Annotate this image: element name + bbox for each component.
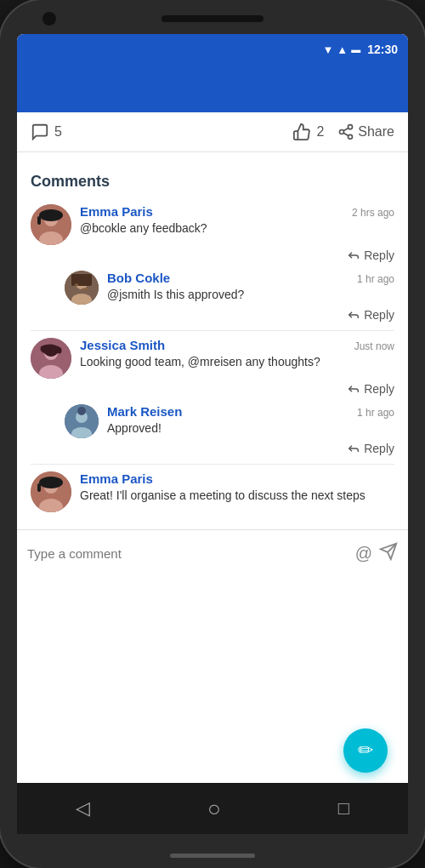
comment-body-4: Mark Reisen 1 hr ago Approved! xyxy=(107,404,394,437)
comment-author-2: Bob Cokle xyxy=(107,271,170,285)
reply-label-4: Reply xyxy=(364,442,394,455)
reply-icon-1 xyxy=(347,248,360,262)
comments-title: Comments xyxy=(31,173,394,191)
reply-label-3: Reply xyxy=(364,382,394,396)
send-icon[interactable] xyxy=(379,542,398,565)
battery-icon: ▬ xyxy=(351,44,360,54)
svg-rect-8 xyxy=(39,209,63,221)
reply-row-4: Reply xyxy=(65,442,394,455)
svg-rect-25 xyxy=(37,483,41,492)
svg-point-2 xyxy=(348,134,353,139)
reply-icon-3 xyxy=(347,382,360,396)
divider-1 xyxy=(31,330,394,331)
comment-time-1: 2 hrs ago xyxy=(352,207,394,219)
svg-line-3 xyxy=(343,133,348,135)
comment-input[interactable] xyxy=(27,546,348,561)
comment-header-2: Bob Cokle 1 hr ago xyxy=(107,271,394,285)
comment-item-5: Emma Paris Great! I'll organise a meetin… xyxy=(31,471,394,512)
comments-section: Comments Emma Paris 2 hrs ago xyxy=(17,159,408,529)
signal-icon: ▲ xyxy=(337,43,348,56)
comment-author-1: Emma Paris xyxy=(80,204,153,219)
svg-line-4 xyxy=(343,128,348,130)
comment-text-1: @bcokle any feedback? xyxy=(80,220,394,237)
svg-point-0 xyxy=(348,125,353,129)
like-icon xyxy=(292,123,311,141)
mention-icon[interactable]: @ xyxy=(355,544,372,563)
comment-text-4: Approved! xyxy=(107,420,394,437)
avatar-emma-2 xyxy=(31,471,71,512)
comment-input-bar: @ xyxy=(17,529,408,577)
reply-label-2: Reply xyxy=(364,308,394,322)
comment-author-4: Mark Reisen xyxy=(107,404,182,419)
phone-screen: ▼ ▲ ▬ 12:30 5 2 xyxy=(17,34,408,834)
comment-time-3: Just now xyxy=(354,340,394,352)
comment-header-5: Emma Paris xyxy=(80,471,394,486)
reply-row-1: Reply xyxy=(31,248,394,262)
nested-comment-4: Mark Reisen 1 hr ago Approved! Reply xyxy=(65,404,394,455)
comment-author-3: Jessica Smith xyxy=(80,338,165,352)
fab-button[interactable]: ✏ xyxy=(343,728,388,773)
reply-row-2: Reply xyxy=(65,308,394,322)
nested-comment-2: Bob Cokle 1 hr ago @jsmith Is this appro… xyxy=(65,271,394,322)
clock: 12:30 xyxy=(367,43,398,56)
recent-nav-button[interactable]: □ xyxy=(338,797,349,819)
comment-author-5: Emma Paris xyxy=(80,471,153,486)
camera xyxy=(42,12,56,26)
home-nav-button[interactable]: ○ xyxy=(207,796,221,822)
speaker xyxy=(162,15,264,22)
comment-time-4: 1 hr ago xyxy=(357,407,394,419)
reply-row-3: Reply xyxy=(31,382,394,396)
svg-point-20 xyxy=(77,407,86,415)
avatar-jessica xyxy=(31,338,71,379)
comment-time-2: 1 hr ago xyxy=(357,273,394,285)
comment-item-4: Mark Reisen 1 hr ago Approved! xyxy=(65,404,394,438)
comment-header-1: Emma Paris 2 hrs ago xyxy=(80,204,394,219)
avatar-bob xyxy=(65,271,99,305)
comment-text-3: Looking good team, @mreisen any thoughts… xyxy=(80,354,394,371)
comments-count: 5 xyxy=(54,124,62,140)
status-bar: ▼ ▲ ▬ 12:30 xyxy=(17,34,408,65)
reply-button-4[interactable]: Reply xyxy=(347,442,394,455)
svg-rect-9 xyxy=(37,216,41,225)
svg-point-1 xyxy=(340,130,344,134)
wifi-icon: ▼ xyxy=(322,43,333,56)
comment-item-2: Bob Cokle 1 hr ago @jsmith Is this appro… xyxy=(65,271,394,305)
edit-icon: ✏ xyxy=(358,740,373,762)
reply-label-1: Reply xyxy=(364,248,394,262)
comment-header-3: Jessica Smith Just now xyxy=(80,338,394,352)
home-indicator xyxy=(170,854,255,858)
share-button[interactable]: Share xyxy=(337,123,394,140)
comment-body-1: Emma Paris 2 hrs ago @bcokle any feedbac… xyxy=(80,204,394,237)
status-icons: ▼ ▲ ▬ xyxy=(322,43,360,56)
svg-rect-13 xyxy=(71,274,92,286)
reply-icon-4 xyxy=(347,442,360,455)
comment-text-2: @jsmith Is this approved? xyxy=(107,287,394,304)
divider-2 xyxy=(31,464,394,465)
back-nav-button[interactable]: ◁ xyxy=(76,797,90,819)
reply-button-1[interactable]: Reply xyxy=(347,248,394,262)
bottom-nav: ◁ ○ □ xyxy=(17,783,408,834)
comment-body-2: Bob Cokle 1 hr ago @jsmith Is this appro… xyxy=(107,271,394,304)
comment-body-5: Emma Paris Great! I'll organise a meetin… xyxy=(80,471,394,505)
avatar-emma xyxy=(31,204,71,245)
comment-icon xyxy=(31,123,49,141)
reply-button-2[interactable]: Reply xyxy=(347,308,394,322)
comment-item-3: Jessica Smith Just now Looking good team… xyxy=(31,338,394,379)
reply-icon-2 xyxy=(347,308,360,322)
reply-button-3[interactable]: Reply xyxy=(347,382,394,396)
phone-frame: ▼ ▲ ▬ 12:30 5 2 xyxy=(0,0,425,868)
share-label: Share xyxy=(358,124,394,140)
stats-row: 5 2 Share xyxy=(17,112,408,152)
comment-item: Emma Paris 2 hrs ago @bcokle any feedbac… xyxy=(31,204,394,245)
comments-count-container: 5 xyxy=(31,123,62,141)
likes-count-container[interactable]: 2 xyxy=(292,123,324,141)
app-bar xyxy=(17,65,408,112)
share-icon xyxy=(337,123,354,140)
comment-body-3: Jessica Smith Just now Looking good team… xyxy=(80,338,394,371)
likes-count: 2 xyxy=(316,124,324,140)
comment-text-5: Great! I'll organise a meeting to discus… xyxy=(80,488,394,505)
avatar-mark xyxy=(65,404,99,438)
svg-rect-24 xyxy=(39,477,63,488)
comment-header-4: Mark Reisen 1 hr ago xyxy=(107,404,394,419)
